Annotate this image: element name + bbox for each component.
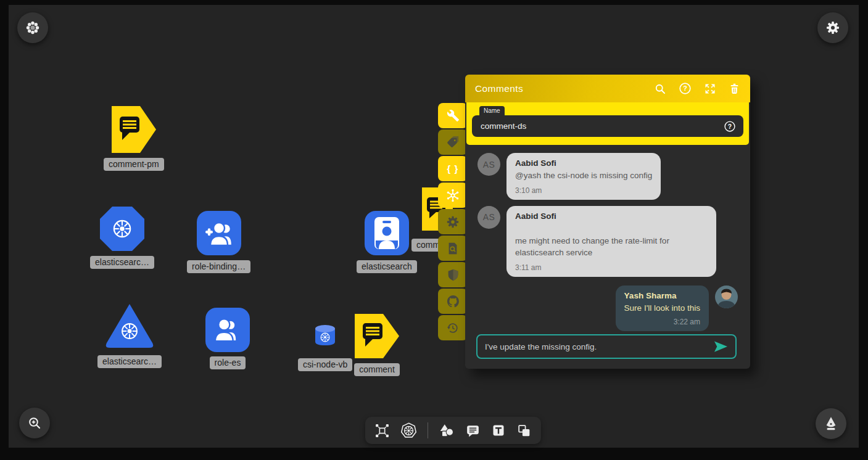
kubernetes-icon[interactable] xyxy=(400,422,417,439)
doc-search-icon xyxy=(446,242,460,255)
mesh-icon xyxy=(445,188,460,203)
message-row: Yash Sharma Sure I'll look into this 3:2… xyxy=(477,285,738,331)
shapes-icon[interactable] xyxy=(439,422,455,438)
gear-icon xyxy=(825,20,840,35)
tags-tool-button[interactable] xyxy=(438,129,468,155)
design-canvas[interactable]: comment-pm elasticsearc… xyxy=(9,5,859,448)
node-role-binding[interactable]: role-binding… xyxy=(187,211,250,273)
message-author: Aabid Sofi xyxy=(515,212,708,221)
toolbar-divider xyxy=(428,422,428,438)
message-time: 3:22 am xyxy=(624,318,700,326)
node-role-es[interactable]: role-es xyxy=(205,308,250,369)
comment-composer xyxy=(476,334,737,359)
avatar: AS xyxy=(477,206,500,229)
delete-icon[interactable] xyxy=(729,83,740,95)
message-bubble: Aabid Sofi @yash the csi-node is missing… xyxy=(506,153,661,200)
node-graph-icon[interactable] xyxy=(374,423,390,438)
panel-title: Comments xyxy=(475,83,523,94)
avatar-photo xyxy=(715,285,738,308)
zoom-in-icon xyxy=(27,416,42,430)
node-label: csi-node-vb xyxy=(298,358,352,371)
comment-input[interactable] xyxy=(485,342,714,351)
frame-icon[interactable] xyxy=(516,423,532,438)
settings-button[interactable] xyxy=(817,12,848,43)
help-circle-icon[interactable]: ? xyxy=(724,120,736,133)
message-time: 3:10 am xyxy=(515,186,652,195)
message-bubble: Aabid Sofi me might need to change the r… xyxy=(506,206,716,277)
kubernetes-triangle-icon xyxy=(104,300,155,348)
message-bubble: Yash Sharma Sure I'll look into this 3:2… xyxy=(616,285,709,331)
mesh-tool-button[interactable] xyxy=(438,183,468,208)
shield-icon xyxy=(447,268,460,281)
node-label: role-binding… xyxy=(187,260,250,273)
message-row: AS Aabid Sofi @yash the csi-node is miss… xyxy=(477,153,738,200)
name-input[interactable] xyxy=(481,121,724,131)
history-tool-button[interactable] xyxy=(438,315,468,340)
configure-tool-button[interactable] xyxy=(438,103,468,128)
messages-list[interactable]: AS Aabid Sofi @yash the csi-node is miss… xyxy=(465,145,750,331)
text-tool-icon[interactable] xyxy=(491,423,506,438)
node-label: comment-pm xyxy=(104,158,164,171)
settings-tool-button[interactable] xyxy=(438,209,468,234)
comment-shape-icon xyxy=(111,105,157,154)
gear-icon xyxy=(446,215,460,229)
pen-nib-icon xyxy=(823,416,839,432)
node-label: elasticsearc… xyxy=(97,355,162,368)
shield-tool-button[interactable] xyxy=(438,262,468,287)
github-icon xyxy=(446,294,460,308)
comments-panel-header[interactable]: Comments ? xyxy=(465,75,750,102)
braces-icon: { } xyxy=(447,163,459,174)
node-label: elasticsearc… xyxy=(90,256,154,269)
shape-toolbar xyxy=(365,417,541,444)
role-binding-icon xyxy=(197,211,241,255)
svg-text:?: ? xyxy=(728,123,732,129)
message-author: Aabid Sofi xyxy=(515,158,652,168)
pen-tool-button[interactable] xyxy=(816,408,846,439)
message-text: me might need to change the rate-limit f… xyxy=(515,236,708,259)
comment-bubble-icon[interactable] xyxy=(465,423,481,438)
service-account-icon xyxy=(365,211,409,255)
node-label: elasticsearch xyxy=(357,260,417,273)
tags-icon xyxy=(446,136,460,149)
zoom-button[interactable] xyxy=(19,408,50,438)
comment-shape-icon xyxy=(354,313,400,359)
flower-logo-icon xyxy=(25,20,40,35)
expand-icon[interactable] xyxy=(704,83,716,95)
search-icon[interactable] xyxy=(654,83,666,95)
send-icon[interactable] xyxy=(714,340,728,353)
node-elasticsearch-octagon[interactable]: elasticsearc… xyxy=(90,206,154,269)
storage-cylinder-icon xyxy=(315,324,336,347)
json-tool-button[interactable]: { } xyxy=(438,156,468,181)
node-label: role-es xyxy=(210,356,246,369)
wrench-icon xyxy=(447,109,460,122)
message-time: 3:11 am xyxy=(515,263,708,272)
kubernetes-octagon-icon xyxy=(99,206,145,252)
app-window: comment-pm elasticsearc… xyxy=(0,0,868,460)
history-icon xyxy=(446,321,460,335)
node-elasticsearch-serviceaccount[interactable]: elasticsearch xyxy=(357,211,417,273)
node-comment[interactable]: comment xyxy=(354,313,400,376)
app-menu-button[interactable] xyxy=(17,12,48,43)
doc-search-tool-button[interactable] xyxy=(438,236,468,261)
message-text: Sure I'll look into this xyxy=(624,303,700,314)
node-csi-node-vb[interactable]: csi-node-vb xyxy=(298,324,352,371)
comments-panel: Comments ? xyxy=(465,75,750,369)
node-elasticsearch-triangle[interactable]: elasticsearc… xyxy=(97,300,162,368)
message-author: Yash Sharma xyxy=(624,291,700,300)
name-field-section: Name ? xyxy=(466,102,749,145)
name-field-label: Name xyxy=(479,106,505,116)
message-row: AS Aabid Sofi me might need to change th… xyxy=(477,206,738,277)
node-label: comment xyxy=(354,363,400,376)
github-tool-button[interactable] xyxy=(438,289,468,314)
message-text: @yash the csi-node is missing config xyxy=(515,170,652,182)
role-icon xyxy=(205,308,250,352)
svg-text:?: ? xyxy=(683,84,687,92)
node-comment-pm[interactable]: comment-pm xyxy=(104,105,164,171)
context-toolbar: { } xyxy=(438,103,468,340)
help-icon[interactable]: ? xyxy=(679,82,692,95)
avatar: AS xyxy=(477,153,500,176)
